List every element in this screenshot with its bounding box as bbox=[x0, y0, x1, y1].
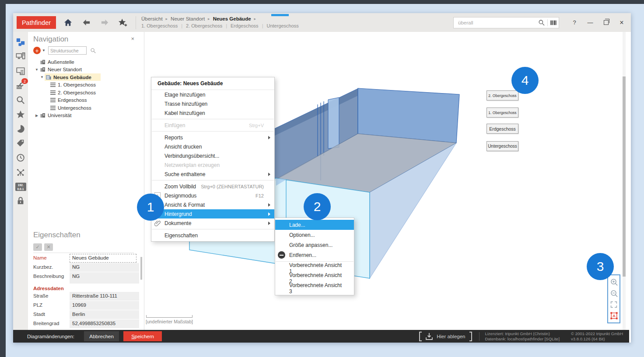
zoom-in-button[interactable] bbox=[610, 278, 618, 286]
navigation-title: Navigation bbox=[33, 35, 68, 44]
menu-item-zoom-vollbild[interactable]: Zoom VollbildStrg+0 (ZEHNERTASTATUR) bbox=[151, 182, 274, 191]
module-ip-button[interactable]: 192.0.0.1 bbox=[15, 181, 26, 192]
add-node-button[interactable]: + bbox=[33, 47, 41, 54]
discard-button[interactable]: ✕ bbox=[44, 243, 53, 251]
back-button[interactable] bbox=[80, 16, 93, 29]
module-security-button[interactable] bbox=[15, 196, 26, 206]
zoom-fit-button[interactable] bbox=[610, 301, 618, 308]
cancel-button[interactable]: Abbrechen bbox=[84, 331, 119, 341]
menu-item-trasse-hinzufuegen[interactable]: Trasse hinzufügen bbox=[151, 99, 274, 108]
barcode-scan-icon[interactable] bbox=[550, 20, 557, 26]
floor-button-eg[interactable]: Erdgeschoss bbox=[486, 124, 518, 134]
add-node-caret-icon[interactable]: ▼ bbox=[42, 49, 46, 52]
breitengrad-value-field[interactable]: 52,4998853250835 bbox=[70, 319, 139, 328]
breadcrumb-floor-1og[interactable]: 1. Obergeschoss bbox=[141, 23, 178, 29]
minimize-button[interactable]: — bbox=[583, 16, 598, 29]
module-favorites-button[interactable] bbox=[15, 109, 26, 120]
restore-button[interactable] bbox=[598, 16, 613, 29]
navigation-close-button[interactable]: × bbox=[131, 35, 134, 42]
name-value-field[interactable]: Neues Gebäude bbox=[70, 254, 136, 263]
menu-item-hintergrund[interactable]: Hintergrund bbox=[151, 209, 274, 218]
apply-button[interactable]: ✓ bbox=[33, 243, 42, 251]
save-button[interactable]: Speichern bbox=[123, 331, 162, 341]
plz-value-field[interactable]: 10969 bbox=[70, 301, 139, 310]
structure-search-icon[interactable] bbox=[90, 48, 96, 54]
tree-item-neuer-standort[interactable]: ▼ Neuer Standort bbox=[28, 66, 144, 74]
module-hardware-button[interactable] bbox=[15, 52, 26, 62]
floor-button-2og[interactable]: 2. Obergeschoss bbox=[486, 90, 518, 101]
search-icon[interactable] bbox=[538, 19, 545, 26]
computer-icon bbox=[16, 52, 25, 62]
beschreibung-value-field[interactable]: NG bbox=[70, 272, 139, 284]
menu-item-ansicht-drucken[interactable]: Ansicht drucken bbox=[151, 142, 274, 151]
home-button[interactable] bbox=[61, 16, 74, 29]
menu-item-eigenschaften[interactable]: Eigenschaften bbox=[151, 231, 274, 240]
floor-button-ug[interactable]: Untergeschoss bbox=[486, 141, 518, 151]
breadcrumb-uebersicht[interactable]: Übersicht bbox=[141, 16, 163, 22]
tree-item-neues-gebaeude[interactable]: ▼ Neues Gebäude bbox=[28, 73, 144, 81]
module-tools-button[interactable]: 2 bbox=[15, 80, 26, 91]
design-mode-icon: A bbox=[610, 312, 618, 320]
canvas-scrollbar-thumb[interactable] bbox=[623, 76, 626, 277]
menu-item-reports[interactable]: Reports bbox=[151, 133, 274, 142]
drop-here-icon bbox=[424, 332, 434, 341]
breadcrumb-floor-ug[interactable]: Untergeschoss bbox=[259, 23, 299, 29]
tree-item-aussenstelle[interactable]: Außenstelle bbox=[28, 58, 144, 66]
stadt-value-field[interactable]: Berlin bbox=[70, 310, 139, 319]
module-search-button[interactable] bbox=[15, 95, 26, 105]
submenu-item-lade[interactable]: Lade... bbox=[275, 220, 354, 230]
structure-search-input[interactable] bbox=[48, 46, 87, 55]
zoom-out-button[interactable] bbox=[610, 289, 618, 298]
module-navigation-button[interactable] bbox=[15, 37, 26, 48]
submenu-item-groesse-anpassen[interactable]: Größe anpassen... bbox=[275, 240, 354, 250]
breadcrumb-neuer-standort[interactable]: Neuer Standort bbox=[171, 16, 205, 22]
kurzbez-value-field[interactable]: NG bbox=[70, 263, 139, 272]
module-floorplan-button[interactable] bbox=[15, 66, 26, 76]
menu-item-kabel-hinzufuegen[interactable]: Kabel hinzufügen bbox=[151, 108, 274, 118]
expander-closed-icon[interactable]: ▶ bbox=[35, 114, 38, 118]
tree-item-1-obergeschoss[interactable]: 1. Obergeschoss bbox=[28, 81, 144, 89]
restore-icon bbox=[604, 20, 609, 25]
app-logo[interactable]: Pathfinder bbox=[17, 16, 56, 29]
menu-item-suche-enthaltene[interactable]: Suche enthaltene bbox=[151, 170, 274, 179]
context-menu-title: Gebäude: Neues Gebäude bbox=[151, 77, 274, 90]
properties-scrollbar[interactable] bbox=[140, 257, 142, 280]
diagram-canvas[interactable]: [undefinierter Maßstab] 2. Obergeschoss … bbox=[144, 32, 631, 330]
menu-item-designmodus[interactable]: ADesignmodusF12 bbox=[151, 191, 274, 200]
menu-item-verbindungsuebersicht[interactable]: Verbindungsübersicht... bbox=[151, 151, 274, 160]
module-tags-button[interactable] bbox=[15, 138, 26, 149]
breadcrumb-neues-gebaeude[interactable]: Neues Gebäude bbox=[213, 16, 251, 22]
bracket-left-icon bbox=[419, 332, 422, 341]
bracket-right-icon bbox=[469, 332, 472, 341]
tree-item-universitaet[interactable]: ▶ Universität bbox=[28, 112, 144, 120]
menu-item-etage-hinzufuegen[interactable]: Etage hinzufügen bbox=[151, 90, 274, 99]
drop-zone[interactable]: Hier ablegen bbox=[419, 332, 472, 341]
breadcrumb-arrow-icon bbox=[208, 16, 210, 22]
canvas-scrollbar[interactable] bbox=[623, 32, 626, 330]
submenu-item-vorberechnete-ansicht-3[interactable]: Vorberechnete Ansicht 3 bbox=[275, 283, 354, 293]
breadcrumb-floor-eg[interactable]: Erdgeschoss bbox=[222, 23, 258, 29]
design-mode-button[interactable]: A bbox=[610, 312, 618, 320]
tree-item-2-obergeschoss[interactable]: 2. Obergeschoss bbox=[28, 89, 144, 97]
toolbar-separator bbox=[136, 16, 136, 29]
favorite-add-button[interactable] bbox=[116, 16, 130, 29]
module-network-button[interactable] bbox=[15, 167, 26, 177]
tree-item-erdgeschoss[interactable]: Erdgeschoss bbox=[28, 97, 144, 104]
strasse-value-field[interactable]: Ritterstraße 110-111 bbox=[70, 292, 139, 301]
tree-item-untergeschoss[interactable]: Untergeschoss bbox=[28, 104, 144, 112]
module-history-button[interactable] bbox=[15, 153, 26, 163]
submenu-item-entfernen[interactable]: Entfernen... bbox=[275, 250, 354, 260]
help-button[interactable]: ? bbox=[567, 16, 582, 29]
expander-open-icon[interactable]: ▼ bbox=[35, 68, 38, 72]
global-search-input[interactable] bbox=[457, 20, 538, 26]
module-reports-button[interactable] bbox=[15, 124, 26, 134]
menu-item-ansicht-format[interactable]: Ansicht & Format bbox=[151, 200, 274, 209]
close-button[interactable]: × bbox=[614, 16, 629, 29]
floor-button-1og[interactable]: 1. Obergeschoss bbox=[486, 107, 518, 118]
breadcrumb-floor-2og[interactable]: 2. Obergeschoss bbox=[178, 23, 222, 29]
menu-item-dokumente[interactable]: Dokumente bbox=[151, 218, 274, 228]
svg-text:A: A bbox=[612, 314, 616, 318]
submenu-item-optionen[interactable]: Optionen... bbox=[275, 230, 354, 240]
forward-button[interactable] bbox=[98, 16, 111, 29]
expander-open-icon[interactable]: ▼ bbox=[40, 75, 44, 79]
